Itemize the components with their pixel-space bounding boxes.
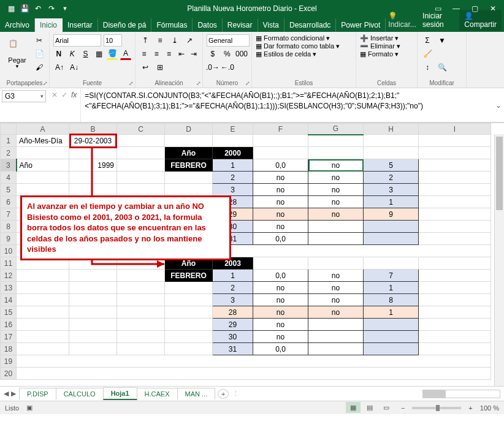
sheet-tab[interactable]: H.CAEX (137, 388, 178, 399)
cell-styles-button[interactable]: ▦ Estilos de celda ▾ (256, 50, 352, 58)
grow-font-icon[interactable]: A↑ (53, 61, 66, 74)
cell[interactable]: Año (17, 159, 69, 172)
copy-icon[interactable]: 📄 (33, 48, 45, 60)
align-bottom-icon[interactable]: ⤓ (169, 34, 181, 47)
cell[interactable] (419, 257, 491, 270)
cell[interactable] (308, 343, 364, 355)
formula-expand-icon[interactable]: ⌄ (493, 88, 504, 122)
cell[interactable] (117, 343, 165, 355)
font-size-select[interactable] (104, 34, 122, 47)
fx-icon[interactable]: fx (71, 91, 77, 99)
cell[interactable]: 3 (364, 184, 419, 196)
percent-icon[interactable]: % (221, 48, 234, 60)
zoom-slider[interactable] (412, 407, 461, 409)
horizontal-scrollbar[interactable] (422, 390, 500, 398)
cell[interactable] (69, 306, 117, 319)
vertical-scrollbar[interactable] (494, 134, 504, 386)
sheet-tab[interactable]: MAN ... (177, 388, 216, 399)
cond-format-button[interactable]: ▦ Formato condicional ▾ (256, 34, 352, 42)
sheet-tab-active[interactable]: Hoja1 (103, 387, 137, 400)
zoom-in-icon[interactable]: + (468, 404, 472, 412)
cell[interactable]: 8 (364, 294, 419, 306)
tab-vista[interactable]: Vista (258, 18, 284, 32)
cell[interactable]: no (253, 294, 308, 306)
find-icon[interactable]: 🔍 (436, 61, 448, 74)
cell[interactable]: no (253, 208, 308, 221)
cell[interactable] (364, 233, 419, 245)
cell[interactable]: 1 (364, 196, 419, 208)
cell[interactable] (165, 306, 213, 319)
cell[interactable]: 2 (364, 172, 419, 184)
col-D[interactable]: D (165, 124, 213, 135)
inc-decimal-icon[interactable]: .0→ (207, 61, 219, 74)
macro-record-icon[interactable]: ▣ (26, 404, 32, 412)
align-middle-icon[interactable]: ≡ (154, 34, 166, 47)
tab-nav-prev-icon[interactable]: ◀ (4, 390, 9, 398)
cell[interactable]: 3 (213, 294, 253, 306)
tab-inicio[interactable]: Inicio (35, 18, 63, 32)
cell[interactable]: 7 (364, 270, 419, 282)
cell[interactable] (419, 282, 491, 294)
cell[interactable] (17, 270, 69, 282)
save-icon[interactable]: 💾 (20, 4, 29, 13)
cell[interactable]: no (308, 196, 364, 208)
cell[interactable] (17, 306, 69, 319)
cell[interactable] (17, 184, 69, 196)
font-launcher-icon[interactable]: ⤢ (129, 80, 134, 86)
cell[interactable]: no (253, 184, 308, 196)
tab-insertar[interactable]: Insertar (63, 18, 98, 32)
cell[interactable] (419, 319, 491, 331)
align-left-icon[interactable]: ≡ (139, 48, 149, 60)
tab-diseno[interactable]: Diseño de pá (98, 18, 152, 32)
cell[interactable] (69, 343, 117, 355)
cell[interactable] (253, 135, 308, 147)
tab-nav-next-icon[interactable]: ▶ (11, 390, 16, 398)
cell[interactable]: no (253, 319, 308, 331)
cell[interactable] (17, 331, 69, 343)
cell[interactable] (17, 147, 69, 159)
cell[interactable] (117, 294, 165, 306)
cell[interactable]: 0,0 (253, 270, 308, 282)
formula-input[interactable]: =SI(Y(CONTAR.SI.CONJUNTO(B3;"<"&FECHA(AÑ… (81, 88, 493, 122)
active-cell[interactable]: no (308, 159, 364, 172)
col-E[interactable]: E (213, 124, 253, 135)
cell[interactable]: no (253, 282, 308, 294)
format-painter-icon[interactable]: 🖌 (33, 61, 45, 74)
cell[interactable] (419, 233, 491, 245)
comma-icon[interactable]: 000 (235, 48, 248, 60)
cell[interactable] (419, 172, 491, 184)
cell[interactable]: 1 (213, 159, 253, 172)
cell[interactable]: 1 (364, 306, 419, 319)
fill-color-icon[interactable]: 🪣 (107, 48, 118, 60)
merge-icon[interactable]: ⊞ (154, 61, 166, 74)
zoom-out-icon[interactable]: − (401, 404, 405, 412)
col-I[interactable]: I (419, 124, 491, 135)
font-color-icon[interactable]: A (120, 48, 131, 60)
cell[interactable]: no (308, 282, 364, 294)
number-launcher-icon[interactable]: ⤢ (245, 80, 250, 86)
login-link[interactable]: Iniciar sesión (419, 12, 457, 29)
cell[interactable]: no (253, 306, 308, 319)
cell[interactable] (419, 306, 491, 319)
cell[interactable]: 2 (213, 172, 253, 184)
align-launcher-icon[interactable]: ⤢ (196, 80, 201, 86)
tab-formulas[interactable]: Fórmulas (151, 18, 193, 32)
currency-icon[interactable]: $ (207, 48, 219, 60)
tab-archivo[interactable]: Archivo (0, 18, 35, 32)
cell[interactable] (165, 135, 213, 147)
cell[interactable]: no (308, 306, 364, 319)
cell[interactable]: no (253, 221, 308, 233)
border-icon[interactable]: ▦ (93, 48, 104, 60)
orientation-icon[interactable]: ↗ (183, 34, 196, 47)
new-sheet-button[interactable]: + (218, 389, 229, 399)
cell[interactable] (308, 135, 364, 147)
row-20[interactable]: 20 (1, 368, 17, 380)
wrap-text-icon[interactable]: ↩ (139, 61, 151, 74)
font-name-select[interactable] (53, 34, 101, 47)
cell[interactable] (17, 368, 491, 380)
cell[interactable] (117, 270, 165, 282)
cell[interactable]: no (253, 196, 308, 208)
cell[interactable] (419, 208, 491, 221)
cancel-fx-icon[interactable]: ✕ (52, 91, 58, 99)
cell[interactable] (364, 331, 419, 343)
